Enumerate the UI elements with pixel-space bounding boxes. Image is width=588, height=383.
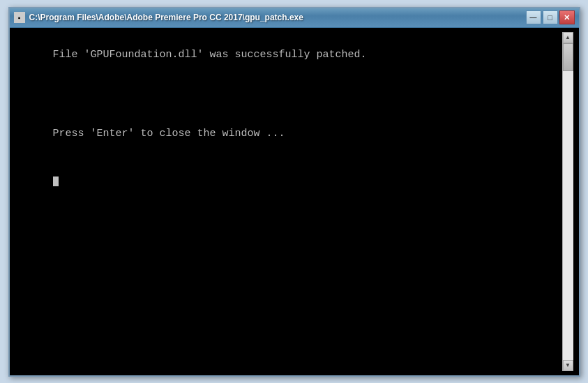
maximize-button[interactable]: □ bbox=[543, 10, 558, 24]
scrollbar-thumb[interactable] bbox=[563, 43, 573, 71]
output-line-3: Press 'Enter' to close the window ... bbox=[53, 128, 285, 140]
scrollbar-track[interactable] bbox=[563, 43, 573, 360]
console-output: File 'GPUFoundation.dll' was successfull… bbox=[15, 32, 562, 371]
window-title: C:\Program Files\Adobe\Adobe Premiere Pr… bbox=[29, 13, 303, 22]
scroll-down-button[interactable]: ▼ bbox=[563, 360, 573, 371]
scroll-up-button[interactable]: ▲ bbox=[563, 32, 573, 43]
title-bar-left: ▪ C:\Program Files\Adobe\Adobe Premiere … bbox=[14, 12, 303, 23]
title-bar: ▪ C:\Program Files\Adobe\Adobe Premiere … bbox=[10, 8, 579, 28]
close-button[interactable]: ✕ bbox=[559, 10, 575, 24]
minimize-button[interactable]: ─ bbox=[526, 10, 541, 24]
window-controls: ─ □ ✕ bbox=[526, 10, 575, 24]
console-area: File 'GPUFoundation.dll' was successfull… bbox=[10, 28, 579, 375]
cursor-blink bbox=[53, 177, 59, 186]
scrollbar: ▲ ▼ bbox=[562, 32, 573, 371]
window-icon: ▪ bbox=[14, 12, 25, 23]
output-line-1: File 'GPUFoundation.dll' was successfull… bbox=[53, 49, 367, 61]
application-window: ▪ C:\Program Files\Adobe\Adobe Premiere … bbox=[8, 7, 580, 377]
